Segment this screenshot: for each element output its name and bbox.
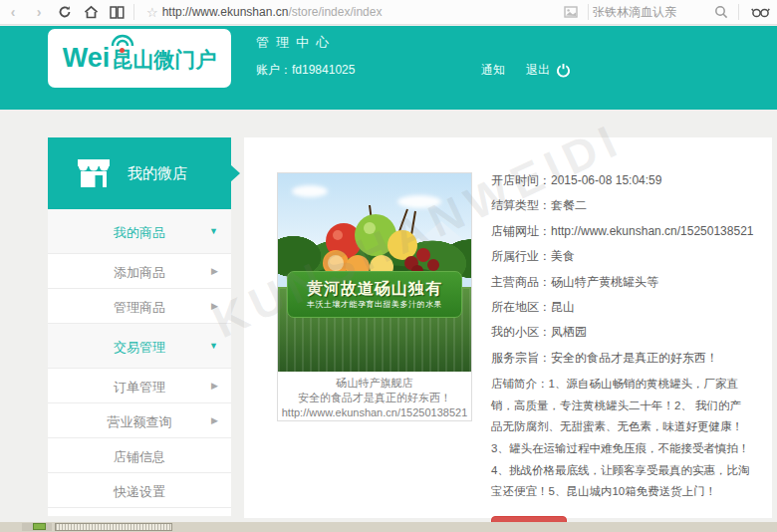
- chevron-right-icon: ▶: [211, 254, 218, 289]
- sidebar-item-label: 店铺信息: [114, 449, 165, 464]
- store-banner-image: 黄河故道砀山独有 丰沃土壤才能孕育出甜美多汁的水果: [278, 173, 471, 372]
- chevron-right-icon: ▶: [211, 369, 218, 403]
- logo-red-dot: [120, 48, 125, 53]
- sidebar-item-my-products[interactable]: 我的商品 ▼: [48, 209, 231, 254]
- sidebar-item-revenue-query[interactable]: 营业额查询 ▶: [48, 403, 231, 438]
- main-content-panel: 黄河故道砀山独有 丰沃土壤才能孕育出甜美多汁的水果 砀山特产旗舰店 安全的食品才…: [244, 137, 772, 518]
- cloud-shape: [292, 185, 328, 197]
- sidebar-item-trade-management[interactable]: 交易管理 ▼: [48, 324, 231, 369]
- management-center-link[interactable]: 管理中心: [256, 34, 336, 52]
- url-path: /store/index/index: [288, 5, 382, 19]
- chevron-down-icon: ▼: [209, 324, 218, 369]
- sidebar-item-label: 营业额查询: [108, 414, 172, 429]
- detail-open-time: 开店时间：2015-06-08 15:04:59: [491, 168, 752, 193]
- power-icon: [556, 63, 571, 78]
- store-details: 开店时间：2015-06-08 15:04:59 结算类型：套餐二 店铺网址：h…: [491, 168, 752, 532]
- image-green-banner: 黄河故道砀山独有 丰沃土壤才能孕育出甜美多汁的水果: [287, 271, 462, 318]
- store-name: 砀山特产旗舰店: [278, 376, 471, 391]
- sidebar-item-label: 我的商品: [114, 225, 165, 240]
- logout-link[interactable]: 退出: [526, 62, 571, 79]
- logout-label: 退出: [526, 62, 550, 79]
- forward-icon[interactable]: ›: [26, 0, 52, 24]
- storefront-icon: [76, 158, 112, 189]
- chevron-right-icon: ▶: [211, 403, 218, 438]
- taskbar-green-icon: [33, 523, 46, 530]
- sidebar-item-order-management[interactable]: 订单管理 ▶: [48, 369, 231, 403]
- account-label: 账户：fd19841025: [256, 62, 355, 79]
- chevron-right-icon: ▶: [211, 289, 218, 324]
- sidebar-item-label: 添加商品: [114, 265, 165, 280]
- sidebar-item-manage-products[interactable]: 管理商品 ▶: [48, 289, 231, 324]
- store-url[interactable]: http://www.ekunshan.cn/15250138521: [278, 405, 471, 420]
- reload-icon[interactable]: [52, 0, 78, 24]
- sidebar-item-label: 快递设置: [114, 484, 165, 499]
- sidebar-store-header[interactable]: 我的微店: [48, 137, 231, 209]
- logo-latin-text: Wei: [63, 43, 111, 74]
- toolbar-divider: [738, 4, 739, 20]
- site-logo[interactable]: Wei 昆山微门户: [48, 29, 231, 88]
- bookmark-star-icon[interactable]: ☆: [146, 5, 158, 20]
- sidebar-item-add-product[interactable]: 添加商品 ▶: [48, 254, 231, 289]
- sidebar-menu: 我的商品 ▼ 添加商品 ▶ 管理商品 ▶ 交易管理 ▼ 订单管理 ▶ 营业额查询…: [48, 209, 231, 516]
- detail-store-url[interactable]: 店铺网址：http://www.ekunshan.cn/15250138521: [491, 219, 752, 244]
- search-input[interactable]: 张铁林滴血认亲: [593, 4, 708, 21]
- browser-menu-icon[interactable]: [743, 0, 777, 24]
- pointer-right-icon: [230, 164, 240, 182]
- detail-industry: 所属行业：美食: [491, 244, 752, 269]
- home-icon[interactable]: [78, 0, 104, 24]
- logo-cn-text: 昆山微门户: [112, 46, 216, 74]
- toolbar-divider: [588, 4, 589, 20]
- sidebar-item-label: 交易管理: [114, 340, 165, 355]
- back-icon[interactable]: ‹: [0, 0, 26, 24]
- horizontal-scrollbar[interactable]: [0, 522, 777, 532]
- sidebar-item-label: 订单管理: [114, 380, 165, 395]
- detail-service-motto: 服务宗旨：安全的食品才是真正的好东西！: [491, 346, 752, 371]
- screenshot-icon[interactable]: [558, 0, 584, 24]
- store-introduction: 店铺简介：1、源自砀山畅销的黄桃罐头，厂家直销，高质量，专注黄桃罐头二十年！2、…: [491, 374, 752, 503]
- bookmarks-icon[interactable]: [104, 0, 130, 24]
- banner-title: 黄河故道砀山独有: [307, 279, 442, 299]
- sidebar-item-express-settings[interactable]: 快递设置: [48, 473, 231, 508]
- chevron-down-icon: ▼: [209, 209, 218, 254]
- detail-main-products: 主营商品：砀山特产黄桃罐头等: [491, 270, 752, 295]
- browser-toolbar: ‹ › ☆ http://www.ekunshan.cn/store/index…: [0, 0, 777, 25]
- wifi-arcs-icon: [109, 34, 136, 48]
- detail-settlement-type: 结算类型：套餐二: [491, 193, 752, 218]
- detail-region: 所在地区：昆山: [491, 295, 752, 320]
- toolbar-divider: [133, 4, 134, 20]
- sidebar-item-label: 管理商品: [114, 300, 165, 315]
- detail-community: 我的小区：凤栖园: [491, 320, 752, 345]
- sidebar-item-store-info[interactable]: 店铺信息: [48, 438, 231, 473]
- banner-subtitle: 丰沃土壤才能孕育出甜美多汁的水果: [307, 299, 442, 311]
- notifications-link[interactable]: 通知: [481, 62, 505, 79]
- app-header: Wei 昆山微门户 管理中心 账户：fd19841025 通知 退出: [0, 26, 777, 110]
- store-slogan: 安全的食品才是真正的好东西！: [278, 391, 471, 405]
- scrollbar-thumb[interactable]: [55, 523, 172, 531]
- address-bar[interactable]: http://www.ekunshan.cn/store/index/index: [162, 5, 383, 19]
- store-image-card: 黄河故道砀山独有 丰沃土壤才能孕育出甜美多汁的水果 砀山特产旗舰店 安全的食品才…: [277, 172, 472, 421]
- url-host: http://www.ekunshan.cn: [162, 5, 289, 19]
- store-caption: 砀山特产旗舰店 安全的食品才是真正的好东西！ http://www.ekunsh…: [278, 372, 471, 420]
- search-icon[interactable]: [708, 0, 734, 24]
- sidebar-store-title: 我的微店: [128, 164, 187, 183]
